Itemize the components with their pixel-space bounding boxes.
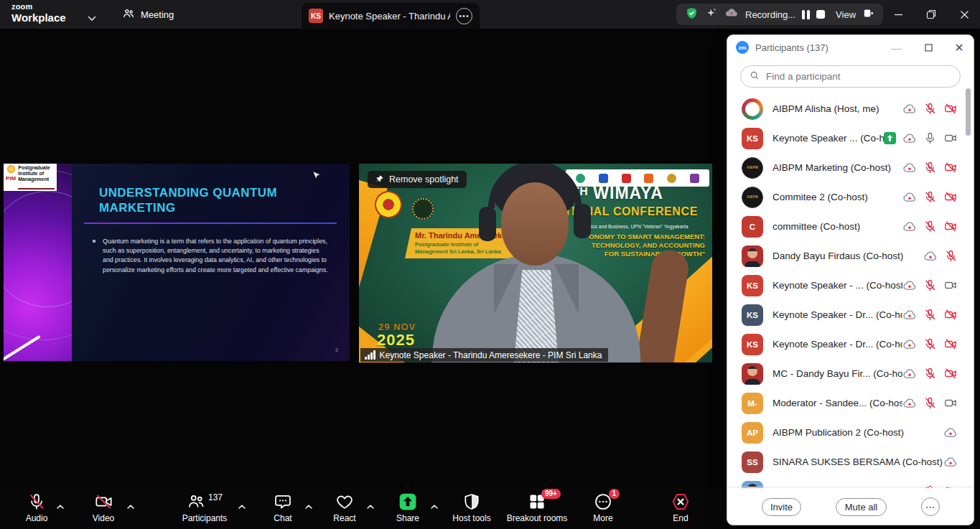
participants-panel-header: zm Participants (137) — ✕ xyxy=(727,35,974,60)
participant-avatar: KS xyxy=(742,304,763,326)
video-off-icon xyxy=(943,190,958,204)
bullet-marker xyxy=(93,240,95,243)
panel-maximize-button[interactable] xyxy=(921,40,935,55)
participant-row[interactable]: M-Moderator - Sandee... (Co-host) xyxy=(727,388,968,418)
invite-button[interactable]: Invite xyxy=(762,498,801,516)
tab-options-ellipsis-icon[interactable]: ••• xyxy=(456,8,472,24)
meeting-people-icon xyxy=(122,7,135,22)
toolbar-label: Chat xyxy=(248,513,317,523)
people-icon xyxy=(187,492,205,511)
toolbar-audio-caret[interactable] xyxy=(56,500,65,512)
participant-status-icons xyxy=(902,220,958,234)
toolbar-more-button[interactable]: 1More xyxy=(569,492,638,523)
participant-name: MC - Dandy Bayu Fir... (Co-host) xyxy=(773,368,902,379)
participant-row[interactable]: AIBPM Marketing (Co-host) xyxy=(727,153,968,182)
participant-status-icons xyxy=(902,396,958,411)
video-nameplate: Keynote Speaker - Tharindu Ameresekere -… xyxy=(360,348,608,362)
participant-avatar xyxy=(742,245,763,267)
cloud-icon xyxy=(902,308,917,322)
cloud-icon xyxy=(943,455,958,469)
toolbar-breakout-button[interactable]: 99+Breakout rooms xyxy=(503,492,571,523)
ai-companion-sparkle-icon[interactable] xyxy=(705,6,718,22)
tab-meeting[interactable]: Meeting xyxy=(122,6,174,23)
panel-close-button[interactable]: ✕ xyxy=(952,40,966,55)
participant-status-icons xyxy=(902,367,958,381)
toolbar-label: React xyxy=(310,513,379,523)
window-restore-button[interactable] xyxy=(922,6,941,23)
participant-row[interactable]: AIBPM Alisha (Host, me) xyxy=(727,94,968,123)
participant-name: Moderator - Sandee... (Co-host) xyxy=(773,398,902,408)
panel-minimize-button[interactable]: — xyxy=(890,40,904,55)
remove-spotlight-button[interactable]: Remove spotlight xyxy=(368,171,467,188)
mic-slash-icon xyxy=(27,492,46,511)
participant-row[interactable]: KSKeynote Speaker - Dr... (Co-host) xyxy=(727,300,968,329)
toolbar-video-caret[interactable] xyxy=(126,500,135,512)
toolbar-label: Participants xyxy=(170,513,239,523)
participant-row[interactable]: Ccommittee (Co-host) xyxy=(727,212,968,241)
toolbar-host-button[interactable]: Host tools xyxy=(437,492,506,523)
participant-avatar: SS xyxy=(742,451,763,473)
participant-row[interactable]: SSSINARA SUKSES BERSAMA (Co-host) xyxy=(727,447,968,477)
mute-all-button[interactable]: Mute all xyxy=(836,498,887,516)
participant-name: Dandy Bayu Firdaus (Co-host) xyxy=(773,251,923,261)
shield-icon xyxy=(462,492,481,511)
participant-row[interactable]: Commitee 2 (Co-host) xyxy=(727,182,968,212)
video-off-icon xyxy=(943,308,958,322)
meeting-tab-label: Meeting xyxy=(141,9,174,20)
participant-avatar xyxy=(742,98,763,120)
participant-avatar: KS xyxy=(742,334,763,355)
participant-row[interactable]: MC - Dandy Bayu Fir... (Co-host) xyxy=(727,359,968,388)
participant-avatar xyxy=(742,363,763,385)
video-on-icon xyxy=(943,278,958,292)
participant-name: AIBPM Alisha (Host, me) xyxy=(773,103,902,114)
slide-page-number: 3 xyxy=(335,347,338,353)
event-date-year: 2025 xyxy=(377,331,415,350)
toolbar-participants-caret[interactable] xyxy=(238,500,246,512)
notification-badge: 1 xyxy=(609,489,620,499)
cloud-icon xyxy=(902,337,917,352)
window-minimize-button[interactable] xyxy=(889,6,907,23)
share-icon xyxy=(884,132,896,144)
participant-avatar xyxy=(742,157,763,179)
participants-scrollbar[interactable] xyxy=(966,88,971,136)
participants-count: 137 xyxy=(208,492,223,502)
participants-more-button[interactable]: ⋯ xyxy=(921,497,940,516)
participant-avatar: C xyxy=(742,216,763,238)
pause-recording-button[interactable] xyxy=(802,10,810,19)
toolbar-participants-button[interactable]: 137Participants xyxy=(170,492,239,523)
participant-avatar: KS xyxy=(742,128,763,149)
participant-row[interactable]: KSKeynote Speaker ... (Co-host) xyxy=(727,123,968,153)
participant-status-icons xyxy=(902,337,958,352)
search-input[interactable] xyxy=(765,70,951,83)
toolbar-end-button[interactable]: End xyxy=(646,492,715,523)
workspace-chevron-down-icon[interactable] xyxy=(88,11,96,24)
participant-row[interactable]: KSKeynote Speaker - Dr... (Co-host) xyxy=(727,329,968,359)
participant-row[interactable]: Dandy Bayu Firdaus (Co-host) xyxy=(727,241,968,271)
window-close-button[interactable] xyxy=(955,6,974,23)
view-button-label[interactable]: View xyxy=(836,9,856,20)
participant-row[interactable]: APAIBPM Publication 2 (Co-host) xyxy=(727,418,968,447)
security-shield-icon[interactable] xyxy=(685,6,699,23)
mic-off-icon xyxy=(923,337,937,351)
mic-off-icon xyxy=(923,367,937,380)
search-icon xyxy=(750,70,760,83)
participant-search-box[interactable] xyxy=(740,65,961,88)
participant-avatar xyxy=(742,187,763,208)
aibpm-emblem-logo xyxy=(412,198,434,220)
view-layout-icon[interactable] xyxy=(862,7,874,22)
participant-row[interactable]: KSKeynote Speaker - ... (Co-host) xyxy=(727,271,968,300)
share-icon xyxy=(398,492,417,511)
zoom-workplace-logo: zoom Workplace xyxy=(11,3,66,23)
participant-name: committee (Co-host) xyxy=(773,221,902,232)
zoom-app-window: zoom Workplace Meeting KS Keynote Speake… xyxy=(0,0,980,529)
participant-name: Keynote Speaker - Dr... (Co-host) xyxy=(773,309,902,320)
conference-theme-2: TECHNOLOGY, AND ACCOUNTING xyxy=(592,241,705,249)
sponsor-logo-banner xyxy=(566,169,709,187)
participant-status-icons xyxy=(884,131,958,146)
tab-keynote-speaker[interactable]: KS Keynote Speaker - Tharindu Amer ••• xyxy=(302,3,480,29)
participant-status-icons xyxy=(902,102,958,116)
stop-recording-button[interactable] xyxy=(816,10,825,19)
brand-workplace: Workplace xyxy=(11,12,66,23)
participant-name: AIBPM Marketing (Co-host) xyxy=(773,162,902,173)
cloud-icon xyxy=(943,426,958,440)
